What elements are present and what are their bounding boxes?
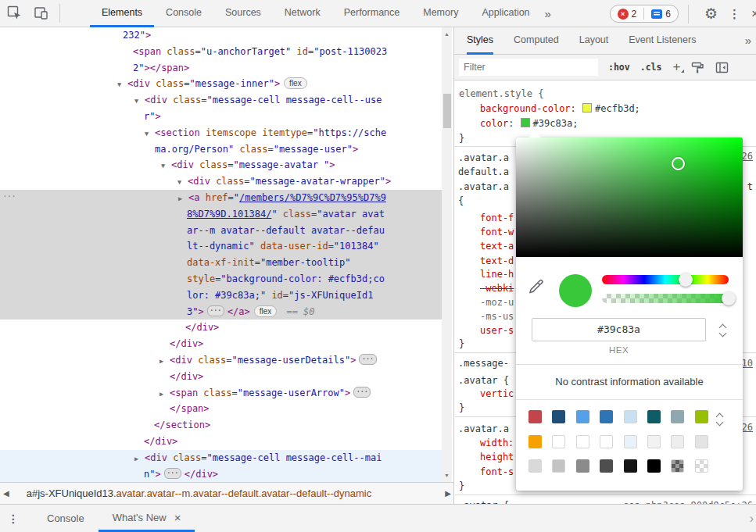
cls-toggle[interactable]: .cls (640, 62, 662, 73)
device-toolbar-icon[interactable] (33, 5, 50, 22)
css-property-value[interactable]: #39c83a; (533, 118, 579, 129)
dom-tree-row[interactable]: 2"></span> (0, 60, 442, 77)
dom-tree-row[interactable]: ▼<div class="message-inner">flex (0, 76, 442, 92)
palette-swatch[interactable] (576, 459, 589, 473)
expand-arrow-icon[interactable]: ▶ (159, 353, 170, 370)
ellipsis-button[interactable]: ··· (353, 387, 371, 398)
dom-tree-row[interactable]: data-xf-init="member-tooltip" (0, 255, 442, 271)
hov-toggle[interactable]: :hov (608, 62, 630, 73)
dom-tree-row[interactable]: ▼<div class="message-cell message-cell--… (0, 92, 442, 109)
dom-tree-row[interactable]: ▶<span class="message-userArrow">··· (0, 385, 442, 402)
tab-performance[interactable]: Performance (332, 0, 412, 27)
palette-swatch[interactable] (600, 459, 613, 473)
toggle-sidebar-icon[interactable] (715, 61, 729, 74)
palette-swatch[interactable] (552, 459, 565, 473)
saturation-value-area[interactable] (516, 137, 743, 257)
color-swatch[interactable] (521, 118, 530, 127)
sidebar-tab-layout[interactable]: Layout (579, 27, 609, 55)
dom-tree-row[interactable]: ma.org/Person" class="message-user"> (0, 141, 442, 158)
dom-tree-row[interactable]: 8%D7%9D.101384/" class="avatar avat (0, 206, 442, 223)
tab-network[interactable]: Network (273, 0, 332, 27)
hex-input[interactable]: #39c83a (532, 318, 706, 341)
scroll-down-icon[interactable]: ▼ (442, 473, 452, 478)
ellipsis-button[interactable]: ··· (164, 468, 181, 479)
drawer-tab-what-s-new[interactable]: What's New× (99, 505, 195, 532)
palette-swatch[interactable] (600, 435, 613, 448)
palette-swatch[interactable] (647, 435, 661, 448)
palette-swatch[interactable] (624, 459, 637, 473)
dom-tree-row[interactable]: ▶<div class="message-userDetails">··· (0, 352, 442, 369)
dom-tree-row[interactable]: ar--m avatar--default avatar--defau (0, 223, 442, 239)
palette-swatch[interactable] (624, 410, 637, 423)
close-icon[interactable]: × (750, 6, 756, 22)
scroll-up-icon[interactable]: ▲ (442, 31, 452, 37)
sidebar-tab-computed[interactable]: Computed (514, 27, 559, 55)
css-property-name[interactable]: color (480, 118, 508, 129)
kebab-menu-icon[interactable]: ⋮ (729, 7, 740, 21)
dom-tree-row[interactable]: ▼<section itemscope itemtype="https://sc… (0, 125, 442, 141)
alpha-slider[interactable] (602, 294, 729, 303)
palette-swatch[interactable] (647, 459, 661, 473)
tab-memory[interactable]: Memory (411, 0, 470, 27)
expand-arrow-icon[interactable]: ▼ (117, 77, 127, 93)
ellipsis-button[interactable]: ··· (207, 305, 224, 316)
expand-arrow-icon[interactable]: ▶ (178, 191, 188, 207)
tab-console[interactable]: Console (154, 0, 213, 27)
settings-gear-icon[interactable]: ⚙ (704, 5, 718, 23)
sidebar-tab-styles[interactable]: Styles (467, 27, 493, 55)
element-style-selector[interactable]: element.style { (459, 88, 543, 99)
hue-slider[interactable] (602, 275, 729, 284)
dom-tree-row[interactable]: </section> (0, 417, 442, 434)
dom-tree-row[interactable]: 3">···</a>flex == $0 (0, 304, 442, 320)
ellipsis-button[interactable]: ··· (359, 354, 376, 365)
attribute-link[interactable]: /members/%D7%9C%D7%95%D7%9 (239, 192, 386, 203)
dom-tree-row[interactable]: <span class="u-anchorTarget" id="post-11… (0, 44, 442, 60)
palette-switcher-icon[interactable] (715, 412, 726, 430)
scrollbar-thumb[interactable] (443, 94, 451, 128)
css-property-value[interactable]: #ecfb3d; (595, 103, 640, 114)
expand-arrow-icon[interactable]: ▶ (134, 451, 145, 467)
dom-tree-row[interactable]: ▼<div class="message-avatar "> (0, 157, 442, 173)
palette-swatch[interactable] (695, 435, 708, 448)
sidebar-tab-event-listeners[interactable]: Event Listeners (629, 27, 696, 55)
palette-swatch[interactable] (671, 459, 684, 473)
palette-swatch[interactable] (528, 459, 542, 473)
whats-new-close-icon[interactable]: × (174, 511, 181, 524)
source-line-link[interactable]: 26 (742, 151, 753, 162)
eyedropper-icon[interactable] (527, 277, 546, 295)
bgcolor-swatch[interactable] (582, 103, 592, 112)
expand-arrow-icon[interactable]: ▼ (145, 126, 155, 142)
dom-tree-row[interactable]: ▶<a href="/members/%D7%9C%D7%95%D7%9 (0, 190, 442, 206)
expand-arrow-icon[interactable]: ▼ (177, 174, 188, 191)
palette-swatch[interactable] (552, 435, 565, 448)
dom-tree-scrollbar[interactable]: ▲ ▼ (442, 27, 452, 482)
palette-swatch[interactable] (528, 435, 542, 448)
selected-row-gutter-dots-icon[interactable]: ··· (2, 191, 16, 202)
color-position-marker[interactable] (672, 157, 685, 170)
dom-tree-row[interactable]: </div> (0, 320, 442, 336)
hue-slider-thumb[interactable] (679, 273, 693, 287)
dom-tree-row[interactable]: ▼<div class="message-avatar-wrapper"> (0, 173, 442, 190)
palette-swatch[interactable] (576, 435, 589, 448)
css-property-name[interactable]: background-color (480, 103, 571, 114)
dom-tree-row[interactable]: n">···</div> (0, 466, 442, 482)
drawer-kebab-icon[interactable]: ⋮ (8, 512, 19, 525)
drawer-overflow-icon[interactable]: › (750, 512, 754, 526)
palette-swatch[interactable] (695, 459, 708, 473)
palette-swatch[interactable] (600, 410, 613, 423)
dom-tree-row[interactable]: style="background-color: #ecfb3d;co (0, 271, 442, 287)
dom-tree-row[interactable]: r"> (0, 109, 442, 125)
dom-tree-row[interactable]: </div> (0, 369, 442, 385)
palette-swatch[interactable] (671, 410, 684, 423)
palette-swatch[interactable] (671, 435, 684, 448)
more-sidebar-tabs-icon[interactable]: » (745, 34, 750, 47)
more-panels-icon[interactable]: » (545, 7, 550, 20)
tab-sources[interactable]: Sources (213, 0, 273, 27)
drawer-tab-console[interactable]: Console (33, 505, 99, 532)
palette-swatch[interactable] (552, 410, 565, 423)
dom-tree-row[interactable]: 232"> (0, 27, 442, 44)
palette-swatch[interactable] (528, 410, 542, 423)
new-style-rule-icon[interactable]: + (672, 62, 680, 73)
dom-tree-row[interactable]: </div> (0, 336, 442, 352)
expand-arrow-icon[interactable]: ▼ (161, 158, 171, 174)
